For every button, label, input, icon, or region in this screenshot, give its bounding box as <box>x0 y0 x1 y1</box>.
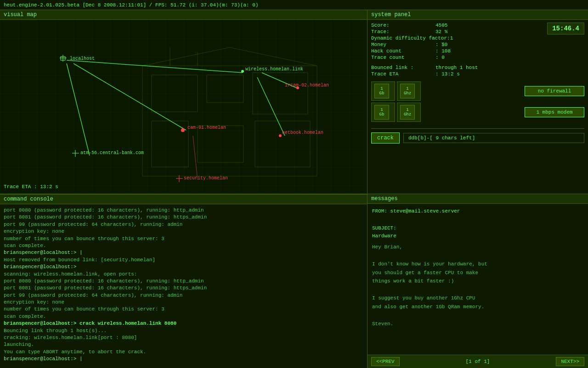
console-line: launching. <box>4 341 363 348</box>
svg-text:wireless.homelan.link: wireless.homelan.link <box>245 67 303 72</box>
clock-display: 15:46.4 <box>547 23 584 34</box>
trace-count-label: Trace count <box>371 55 435 60</box>
money-row: Money : $0 <box>371 42 453 47</box>
engine-status-text: heut.engine-2.01.025.beta [Dec 8 2008.12… <box>4 2 259 8</box>
console-line: scan complete. <box>4 242 363 249</box>
cpu-box-1: 1 Ghz <box>400 84 415 98</box>
node-wireless <box>241 70 244 73</box>
trace-eta-label: Trace ETA <box>371 71 435 77</box>
message-body-line: Steven. <box>372 320 583 328</box>
console-line: brianspencer@localhost:> | <box>4 356 363 362</box>
map-trace-info: Trace ETA : 13:2 s <box>4 184 58 190</box>
message-from: FROM: steve@mail.steve.server <box>372 207 583 215</box>
message-body: Hey Brian, I don't know how is your hard… <box>372 243 583 328</box>
console-line: cracking: wireless.homelan.link[port : 8… <box>4 334 363 341</box>
system-panel-section: system panel Score: 4505 Trace: 32 % D <box>368 10 588 194</box>
message-body-line: things work a bit faster :) <box>372 277 583 285</box>
money-value: : $0 <box>435 42 447 47</box>
svg-text:netbook.homelan: netbook.homelan <box>282 130 323 135</box>
svg-point-25 <box>279 134 282 137</box>
map-trace-value: : 13:2 s <box>34 184 58 190</box>
svg-text:security.homelan: security.homelan <box>184 176 228 181</box>
hack-count-label: Hack count <box>371 48 435 54</box>
console-line: port 8080 (password protected: 16 charac… <box>4 207 363 214</box>
cpu-box-2: 1 Ghz <box>400 105 415 120</box>
message-body-line <box>372 252 583 260</box>
console-line: number of times you can bounce through t… <box>4 306 363 313</box>
svg-text:cam-01.homelan: cam-01.homelan <box>187 125 226 130</box>
map-grid-svg: localhost wireless.homelan.link ircam-02… <box>0 20 367 193</box>
crack-info: ddb[b]-[ 9 chars left] <box>403 133 584 143</box>
bounced-link-value: through 1 host <box>435 65 478 70</box>
hack-count-row: Hack count : 108 <box>371 48 453 54</box>
cpu-item-1: 1 Ghz <box>397 81 421 101</box>
score-label: Score: <box>371 23 435 28</box>
console-line: port 8081 (password protected: 16 charac… <box>4 214 363 221</box>
trace-row: Trace: 32 % <box>371 29 453 34</box>
console-line: number of times you can bounce through t… <box>4 236 363 242</box>
message-body-line: I suggest you buy another 1Ghz CPU <box>372 294 583 302</box>
prev-button[interactable]: <<PREV <box>371 357 400 366</box>
cpu-item-2: 1 Ghz <box>397 103 421 122</box>
console-line: You can type ABORT anytime, to abort the… <box>4 349 363 356</box>
visual-map-section: visual map <box>0 10 367 194</box>
system-panel-title: system panel <box>368 10 588 20</box>
hack-count-value: : 108 <box>435 48 451 54</box>
console-output[interactable]: port 8080 (password protected: 16 charac… <box>0 204 367 368</box>
trace-count-value: : 0 <box>435 55 445 60</box>
score-row: Score: 4505 <box>371 23 453 28</box>
next-button[interactable]: NEXT>> <box>556 357 584 366</box>
svg-text:atm-56.central-bank.com: atm-56.central-bank.com <box>80 150 144 155</box>
messages-content[interactable]: FROM: steve@mail.steve.server SUBJECT: H… <box>368 204 588 355</box>
message-body-line: and also get another 1Gb QRam memory. <box>372 303 583 311</box>
message-body-line: I don't know how is your hardware, but <box>372 260 583 268</box>
trace-value: 32 % <box>435 29 447 34</box>
crack-section: crack ddb[b]-[ 9 chars left] <box>371 128 584 144</box>
no-firewall-button[interactable]: no firewall <box>525 86 584 96</box>
ram-item-1: 1 Gb <box>371 81 395 101</box>
difficulty-label: Dynamic difficulty factor: <box>371 35 450 41</box>
modem-button[interactable]: 1 mbps modem <box>525 107 584 117</box>
trace-label: Trace: <box>371 29 435 34</box>
trace-eta-value: : 13:2 s <box>435 71 460 77</box>
command-console-section: command console port 8080 (password prot… <box>0 194 367 368</box>
message-body-line: Hey Brian, <box>372 243 583 251</box>
main-layout: visual map <box>0 10 588 368</box>
console-line: brianspencer@localhost:> <box>4 264 363 270</box>
crack-button[interactable]: crack <box>371 132 400 144</box>
top-status-bar: heut.engine-2.01.025.beta [Dec 8 2008.12… <box>0 0 588 10</box>
message-subject-label: SUBJECT: Hardware <box>372 224 583 240</box>
page-info: [1 of 1] <box>466 359 490 364</box>
console-line: brianspencer@localhost:> crack wireless.… <box>4 320 363 327</box>
console-line: scan complete. <box>4 313 363 320</box>
message-body-line <box>372 286 583 294</box>
right-panel: system panel Score: 4505 Trace: 32 % D <box>368 10 588 368</box>
difficulty-row: Dynamic difficulty factor: 1 <box>371 35 453 41</box>
console-line: port 8081 (password protected: 16 charac… <box>4 285 363 292</box>
trace-count-row: Trace count : 0 <box>371 55 453 60</box>
console-line: brianspencer@localhost:> | <box>4 249 363 256</box>
left-panel: visual map <box>0 10 368 368</box>
trace-eta-row: Trace ETA : 13:2 s <box>371 71 584 77</box>
message-body-line <box>372 311 583 319</box>
map-trace-label: Trace ETA <box>4 184 31 190</box>
console-line: Host removed from bounced link: [securit… <box>4 257 363 264</box>
visual-map-title: visual map <box>0 10 367 20</box>
visual-map-canvas[interactable]: localhost wireless.homelan.link ircam-02… <box>0 20 367 193</box>
console-line: port 99 (password protected: 64 characte… <box>4 292 363 299</box>
difficulty-value: 1 <box>450 35 453 41</box>
svg-point-22 <box>241 70 244 73</box>
console-line: port 99 (password protected: 64 characte… <box>4 221 363 228</box>
svg-text:localhost: localhost <box>70 56 95 61</box>
ram-item-2: 1 Gb <box>371 103 395 122</box>
node-cam01 <box>181 128 185 132</box>
money-label: Money <box>371 42 435 47</box>
svg-text:ircam-02.homelan: ircam-02.homelan <box>285 83 329 88</box>
messages-section: messages FROM: steve@mail.steve.server S… <box>368 194 588 368</box>
command-console-title: command console <box>0 194 367 204</box>
ram-box-2: 1 Gb <box>374 105 389 120</box>
system-panel-content: Score: 4505 Trace: 32 % Dynamic difficul… <box>368 20 588 125</box>
console-line: Bouncing link through 1 host(s)... <box>4 328 363 334</box>
node-netbook <box>279 134 282 137</box>
bounced-link-row: Bounced link : through 1 host <box>371 65 584 70</box>
